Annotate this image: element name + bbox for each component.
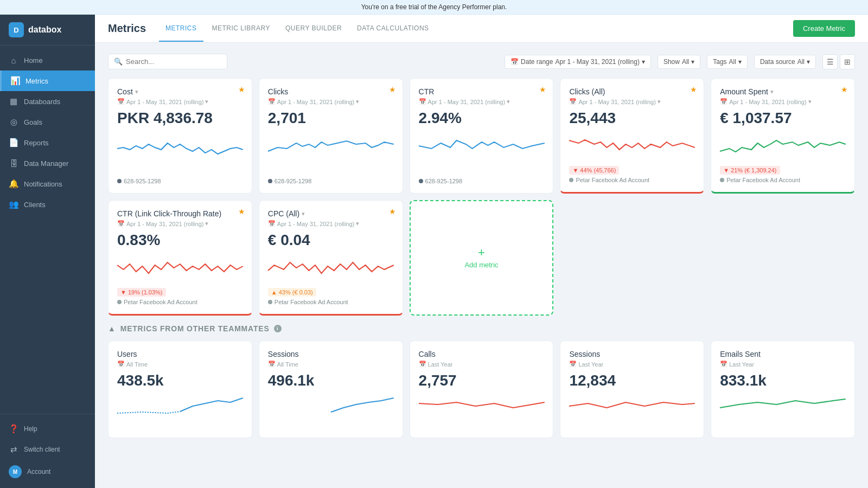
metric-value: 0.83% xyxy=(117,232,243,249)
teammate-card-sessions2[interactable]: Sessions 📅 Last Year 12,834 xyxy=(560,341,704,438)
clients-icon: 👥 xyxy=(9,200,18,209)
metric-name: Clicks xyxy=(268,87,394,96)
data-source-value: All xyxy=(797,58,805,66)
info-icon: i xyxy=(274,325,282,332)
create-metric-button[interactable]: Create Metric xyxy=(793,20,855,37)
metric-card-ctr-link[interactable]: ★ CTR (Link Click-Through Rate) 📅 Apr 1 … xyxy=(108,200,252,316)
metric-date: 📅 Last Year xyxy=(419,361,545,368)
metric-chart xyxy=(117,132,243,159)
metric-badge: ▼ 44% (45,766) xyxy=(569,166,619,175)
calendar-icon: 📅 xyxy=(117,98,125,105)
tags-label: Tags xyxy=(713,58,726,66)
metric-name: Amount Spent ▾ xyxy=(720,87,846,96)
sidebar-item-label: Help xyxy=(24,425,37,433)
chevron-down-icon: ▾ xyxy=(738,58,742,66)
add-metric-content: + Add metric xyxy=(464,247,498,269)
chevron-down-icon: ▾ xyxy=(807,58,810,66)
metric-name: Cost ▾ xyxy=(117,87,243,96)
view-toggle: ☰ ⊞ xyxy=(822,54,855,69)
grid-view-button[interactable]: ⊞ xyxy=(840,54,855,69)
metric-name: Clicks (All) xyxy=(569,87,695,96)
teammate-card-emails-sent[interactable]: Emails Sent 📅 Last Year 833.1k xyxy=(711,341,855,438)
tab-data-calculations[interactable]: DATA CALCULATIONS xyxy=(350,16,436,42)
teammate-card-users[interactable]: Users 📅 All Time 438.5k xyxy=(108,341,252,438)
add-metric-label: Add metric xyxy=(464,261,498,269)
metric-value: 25,443 xyxy=(569,110,695,127)
metric-card-cpc-all[interactable]: ★ CPC (All) ▾ 📅 Apr 1 - May 31, 2021 (ro… xyxy=(259,200,403,316)
metrics-icon: 📊 xyxy=(10,76,20,86)
metric-date: 📅 Last Year xyxy=(569,361,695,368)
list-view-button[interactable]: ☰ xyxy=(822,54,838,69)
sidebar-item-label: Databoards xyxy=(24,98,60,106)
star-icon: ★ xyxy=(539,85,546,94)
metric-chart xyxy=(720,132,846,159)
sidebar-bottom: ❓ Help ⇄ Switch client M Account xyxy=(0,414,95,488)
tab-query-builder[interactable]: QUERY BUILDER xyxy=(279,16,348,42)
metric-card-amount-spent[interactable]: ★ Amount Spent ▾ 📅 Apr 1 - May 31, 2021 … xyxy=(711,78,855,194)
metric-name: Calls xyxy=(419,350,545,358)
add-metric-card[interactable]: + Add metric xyxy=(410,200,554,316)
metric-value: 496.1k xyxy=(268,372,394,389)
dropdown-icon: ▾ xyxy=(135,88,138,95)
metric-date: 📅 All Time xyxy=(268,361,394,368)
search-box[interactable]: 🔍 xyxy=(108,54,227,69)
metric-card-clicks[interactable]: ★ Clicks 📅 Apr 1 - May 31, 2021 (rolling… xyxy=(259,78,403,194)
sidebar-item-data-manager[interactable]: 🗄 Data Manager xyxy=(0,153,95,174)
metric-chart xyxy=(268,254,394,281)
metric-card-cost[interactable]: ★ Cost ▾ 📅 Apr 1 - May 31, 2021 (rolling… xyxy=(108,78,252,194)
switch-client-icon: ⇄ xyxy=(9,445,18,454)
star-icon: ★ xyxy=(841,85,848,94)
sidebar-item-clients[interactable]: 👥 Clients xyxy=(0,194,95,215)
metric-name: Emails Sent xyxy=(720,350,846,358)
sidebar-item-metrics[interactable]: 📊 Metrics xyxy=(0,70,95,91)
metric-name: CPC (All) ▾ xyxy=(268,209,394,218)
sidebar-item-label: Data Manager xyxy=(24,159,68,168)
goals-icon: ◎ xyxy=(9,117,18,127)
metric-date: 📅 Apr 1 - May 31, 2021 (rolling) ▾ xyxy=(117,220,243,227)
tags-filter[interactable]: Tags All ▾ xyxy=(707,55,748,69)
date-range-filter[interactable]: 📅 Date range Apr 1 - May 31, 2021 (rolli… xyxy=(505,55,651,69)
sidebar-item-switch-client[interactable]: ⇄ Switch client xyxy=(0,439,95,460)
metric-source: Petar Facebook Ad Account xyxy=(720,177,846,183)
avatar: M xyxy=(9,465,22,478)
star-icon: ★ xyxy=(389,207,396,216)
metric-card-ctr[interactable]: ★ CTR 📅 Apr 1 - May 31, 2021 (rolling) ▾… xyxy=(410,78,554,194)
show-filter[interactable]: Show All ▾ xyxy=(658,55,700,69)
sidebar-item-account[interactable]: M Account xyxy=(0,460,95,484)
metric-name: CTR xyxy=(419,87,545,96)
metric-chart xyxy=(569,132,695,159)
sidebar-item-reports[interactable]: 📄 Reports xyxy=(0,132,95,153)
metric-source: 628-925-1298 xyxy=(117,178,243,184)
metrics-row-2: ★ CTR (Link Click-Through Rate) 📅 Apr 1 … xyxy=(108,200,855,316)
metrics-row-1: ★ Cost ▾ 📅 Apr 1 - May 31, 2021 (rolling… xyxy=(108,78,855,194)
star-icon: ★ xyxy=(238,85,245,94)
chevron-down-icon: ▾ xyxy=(642,58,645,66)
chevron-up-icon: ▲ xyxy=(108,324,116,333)
metric-name: Users xyxy=(117,350,243,358)
sidebar-item-goals[interactable]: ◎ Goals xyxy=(0,112,95,132)
sidebar-item-label: Switch client xyxy=(24,446,60,453)
metric-value: 438.5k xyxy=(117,372,243,389)
sidebar-item-help[interactable]: ❓ Help xyxy=(0,419,95,439)
content-area: 🔍 📅 Date range Apr 1 - May 31, 2021 (rol… xyxy=(95,43,868,488)
logo-text: databox xyxy=(28,25,61,35)
metric-date: 📅 Last Year xyxy=(720,361,846,368)
reports-icon: 📄 xyxy=(9,138,18,147)
teammate-card-calls[interactable]: Calls 📅 Last Year 2,757 xyxy=(410,341,554,438)
search-input[interactable] xyxy=(126,57,221,66)
metric-chart xyxy=(268,393,394,420)
metric-value: € 0.04 xyxy=(268,232,394,249)
sidebar-item-databoards[interactable]: ▦ Databoards xyxy=(0,91,95,112)
metric-card-clicks-all[interactable]: ★ Clicks (All) 📅 Apr 1 - May 31, 2021 (r… xyxy=(560,78,704,194)
metric-source: 628-925-1298 xyxy=(419,178,545,184)
logo-icon: D xyxy=(9,22,24,37)
metric-value: 2.94% xyxy=(419,110,545,127)
teammates-section[interactable]: ▲ METRICS FROM OTHER TEAMMATES i xyxy=(108,324,855,333)
teammate-card-sessions[interactable]: Sessions 📅 All Time 496.1k xyxy=(259,341,403,438)
data-source-filter[interactable]: Data source All ▾ xyxy=(754,55,816,69)
sidebar-item-notifications[interactable]: 🔔 Notifications xyxy=(0,174,95,194)
tab-metrics[interactable]: METRICS xyxy=(159,16,203,42)
metric-source: Petar Facebook Ad Account xyxy=(117,299,243,305)
tab-metric-library[interactable]: METRIC LIBRARY xyxy=(206,16,277,42)
sidebar-item-home[interactable]: ⌂ Home xyxy=(0,50,95,70)
